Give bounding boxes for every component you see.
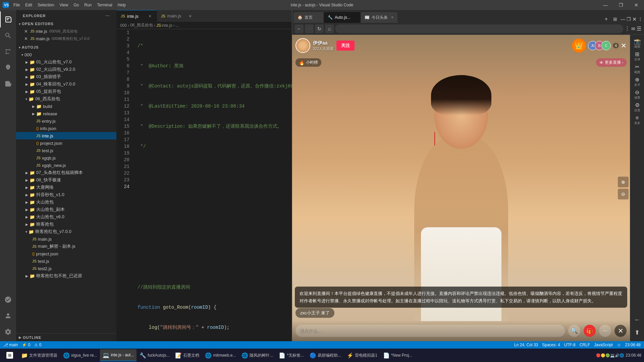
taskbar-item-vscode[interactable]: 💻 inte.js - aut... [100, 349, 137, 361]
taskbar-item-mitmweb[interactable]: 🌐 mitmweb.e... [202, 349, 238, 361]
open-editor-item-main[interactable]: ✕ JS main.js 000\映客抢红包_v7.0.0 [16, 35, 116, 42]
git-branch[interactable]: ⎇ main [3, 343, 18, 347]
file-entry-js[interactable]: ▶ JS entry.js [16, 117, 116, 125]
file-info-json[interactable]: ▶ {} info.json [16, 125, 116, 132]
minimize-button[interactable]: — [598, 0, 613, 10]
smiley-icon[interactable]: ☺ [617, 343, 621, 347]
tab-close-main[interactable]: × [187, 13, 193, 19]
activity-settings[interactable] [0, 324, 16, 340]
folder-huoshan-copy[interactable]: ▶ 📁 火山抢包_副本 [16, 206, 116, 213]
sidebar-minus[interactable]: ⊖ 减量 [631, 88, 643, 101]
sidebar-arrow-left[interactable]: ← [631, 314, 643, 326]
toutiao-tab-close[interactable]: × [391, 15, 393, 20]
folder-01[interactable]: ▶ 📁 01_火山抢包_v7.0 [16, 58, 116, 66]
tab-close-inte[interactable]: × [147, 13, 153, 19]
folder-yingke-no-rob[interactable]: ▶ 📁 映客抢红包不抢_已还原 [16, 272, 116, 280]
stream-sidebar-btn-2[interactable]: ⊖ [618, 189, 629, 199]
folder-huoshan-v6[interactable]: ▶ 📁 火山抢包_v6.0 [16, 213, 116, 221]
gift-button[interactable]: 🎁 [584, 325, 596, 337]
browser-close[interactable]: ✕ [632, 16, 637, 22]
folder-yingke[interactable]: ▶ 📁 映客抢包 [16, 221, 116, 228]
browser-maximize[interactable]: ❐ [627, 16, 631, 22]
nav-back[interactable]: ← [295, 24, 304, 33]
hourly-rank[interactable]: 🔥 小时榜 [296, 58, 321, 67]
menu-help[interactable]: Help [115, 1, 129, 9]
file-main-js[interactable]: JS main.js [16, 235, 116, 243]
nav-refresh[interactable]: ↻ [315, 24, 324, 33]
file-xgqb-js[interactable]: ▶ JS xgqb.js [16, 154, 116, 162]
sidebar-screenshot[interactable]: 📸 截图 [631, 38, 643, 50]
tree-root-000[interactable]: ▾ 000 [16, 51, 116, 58]
folder-06[interactable]: ▾ 📁 06_西瓜拾包 [16, 95, 116, 103]
activity-git[interactable] [0, 44, 16, 60]
browser-minimize[interactable]: — [621, 16, 625, 22]
sidebar-more[interactable]: ≡ 更多 [631, 114, 643, 126]
file-main-decrypt-js[interactable]: JS main_解密 - 副本.js [16, 243, 116, 250]
nav-home[interactable]: ⌂ [325, 24, 334, 33]
activity-autojs[interactable] [0, 292, 16, 308]
add-tab-button[interactable]: + [603, 15, 610, 23]
taskbar-item-newproj[interactable]: 📄 *New Proj... [380, 349, 415, 361]
sidebar-settings[interactable]: ⚙ 设置 [631, 101, 643, 113]
close-icon-inte[interactable]: ✕ [24, 29, 29, 34]
open-editors-header[interactable]: ▾ OPEN EDITORS [16, 20, 116, 27]
follow-button[interactable]: 关注 [336, 41, 355, 51]
activity-debug[interactable] [0, 60, 16, 76]
explorer-menu-icon[interactable]: ··· [105, 13, 110, 19]
folder-douyin[interactable]: ▶ 📁 抖音秒包_v1.0 [16, 191, 116, 198]
autojs-header[interactable]: ▾ AUTOJS [16, 44, 116, 51]
folder-08[interactable]: ▶ 📁 08_快手极速 [16, 176, 116, 184]
file-inte-js[interactable]: ▶ JS inte.js [16, 132, 116, 139]
activity-search[interactable] [0, 27, 16, 44]
taskbar-item-xigua[interactable]: 🌐 xigua_live re... [60, 349, 100, 361]
folder-03[interactable]: ▶ 📁 03_插袋猎手 [16, 73, 116, 80]
folder-07[interactable]: ▶ 📁 07_头条抢红包福袋脚本 [16, 169, 116, 176]
open-editor-item-inte[interactable]: ✕ JS inte.js 000\06_西瓜拾包 [16, 27, 116, 35]
file-build[interactable]: ▶ 📁 build [16, 103, 116, 110]
file-test-js2[interactable]: JS test.js [16, 257, 116, 265]
browser-tab-autojs[interactable]: 🔧 Auto.js... [324, 12, 361, 23]
folder-04[interactable]: ▶ 📁 04_映客回包_v7.0.0 [16, 80, 116, 88]
menu-terminal[interactable]: Terminal [94, 1, 115, 9]
folder-02[interactable]: ▶ 📁 02_火山回包_v9.2.0 [16, 66, 116, 73]
url-input[interactable] [335, 24, 623, 33]
stream-sidebar-btn-1[interactable]: ⊕ [618, 177, 629, 187]
outline-header[interactable]: ▶ OUTLINE [16, 333, 116, 341]
stream-bottom-close[interactable]: ✕ [614, 325, 627, 337]
taskbar-item-notag[interactable]: 📄 *无标签... [276, 349, 307, 361]
menu-edit[interactable]: Edit [22, 1, 35, 9]
taskbar-item-leaf[interactable]: 🌐 随风的树叶... [239, 349, 276, 361]
folder-datang[interactable]: ▶ 📁 大唐网络 [16, 184, 116, 191]
file-test2-js[interactable]: JS test2.js [16, 265, 116, 272]
close-button[interactable]: ✕ [629, 0, 644, 10]
taskbar-item-file-explorer[interactable]: 📁 文件资源管理器 [18, 349, 60, 361]
browser-tab-toutiao[interactable]: 📰 今日头条 × [361, 12, 397, 23]
taskbar-item-shimo[interactable]: 📝 石墨文档 [172, 349, 202, 361]
file-xgqb-new-js[interactable]: ▶ JS xgqb_new.js [16, 162, 116, 169]
browser-tab-home[interactable]: 🏠 首页 [293, 12, 324, 23]
file-test-js[interactable]: ▶ JS test.js [16, 147, 116, 154]
folder-huoshan[interactable]: ▶ 📁 火山抢包 [16, 198, 116, 206]
error-count[interactable]: ⚡ 0 [22, 343, 30, 347]
extensions-button[interactable]: ⊞ [611, 16, 619, 22]
folder-05[interactable]: ▶ 📁 05_提前开包 [16, 88, 116, 95]
sidebar-cut[interactable]: ✂ 截图 [631, 63, 643, 75]
taskbar-item-fuckautojs[interactable]: 🔧 fuckAutojs... [137, 349, 172, 361]
comment-input[interactable] [296, 325, 565, 337]
language-mode[interactable]: JavaScript [594, 343, 613, 347]
nav-menu[interactable]: ☰ [637, 25, 641, 32]
more-button[interactable]: ··· [599, 325, 611, 337]
menu-run[interactable]: Run [82, 1, 94, 9]
folder-yingke-red[interactable]: ▾ 📁 映客抢红包_v7.0.0 [16, 228, 116, 235]
activity-explorer[interactable] [0, 11, 16, 27]
maximize-button[interactable]: ❐ [613, 0, 629, 10]
file-release[interactable]: ▶ 📁 release [16, 110, 116, 117]
sidebar-add[interactable]: ⊕ 多开 [631, 76, 643, 88]
stream-close-x[interactable]: ✕ [621, 42, 627, 49]
emoji-button[interactable]: 🔍 [568, 325, 580, 337]
tab-main-js[interactable]: JS main.js × [157, 10, 197, 22]
menu-selection[interactable]: Selection [35, 1, 57, 9]
nav-mail[interactable]: ✉ [631, 26, 635, 32]
activity-extensions[interactable] [0, 76, 16, 92]
tab-inte-js[interactable]: JS inte.js × [117, 10, 157, 22]
